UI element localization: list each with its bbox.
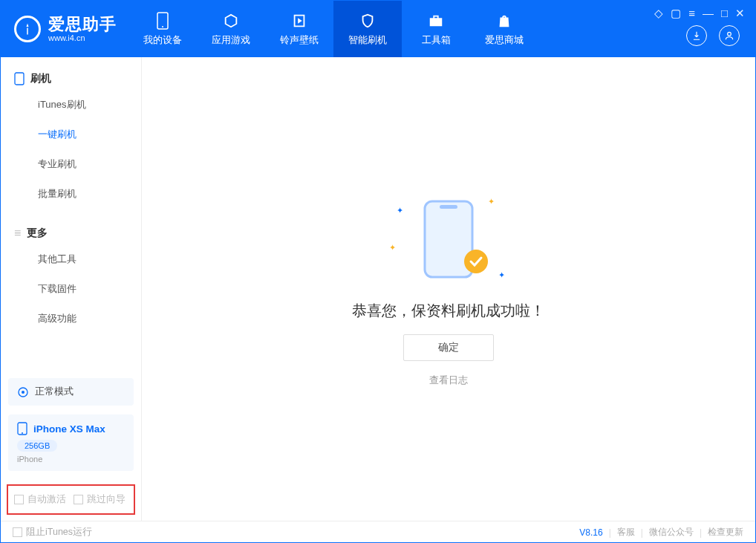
nav-store[interactable]: 爱思商城 <box>470 1 538 57</box>
support-link[interactable]: 客服 <box>617 526 635 539</box>
nav-flash[interactable]: 智能刷机 <box>333 1 402 57</box>
close-button[interactable]: ✕ <box>735 7 745 20</box>
sidebar-item-oneclick-flash[interactable]: 一键刷机 <box>1 120 141 149</box>
header-actions <box>686 25 756 53</box>
device-name: iPhone XS Max <box>33 423 105 435</box>
sidebar: 刷机 iTunes刷机 一键刷机 专业刷机 批量刷机 ≡ 更多 其他工具 下载固… <box>1 57 142 521</box>
checkbox-skip-guide[interactable]: 跳过向导 <box>74 493 126 506</box>
ok-button[interactable]: 确定 <box>403 334 494 361</box>
cube-icon <box>221 11 241 30</box>
svg-rect-9 <box>440 205 457 209</box>
nav-label: 我的设备 <box>143 33 182 47</box>
main-content: ✦ ✦ ✦ ✦ 恭喜您，保资料刷机成功啦！ 确定 查看日志 <box>142 57 755 521</box>
checkbox-icon <box>13 527 22 537</box>
minimize-button[interactable]: — <box>703 7 714 19</box>
maximize-button[interactable]: □ <box>721 7 728 19</box>
device-card[interactable]: iPhone XS Max 256GB iPhone <box>8 414 134 471</box>
sidebar-item-pro-flash[interactable]: 专业刷机 <box>1 149 141 179</box>
checkbox-block-itunes[interactable]: 阻止iTunes运行 <box>13 526 92 539</box>
nav-toolbox[interactable]: 工具箱 <box>402 1 470 57</box>
checkbox-icon <box>14 495 24 504</box>
toolbox-icon <box>426 11 446 30</box>
sidebar-item-itunes-flash[interactable]: iTunes刷机 <box>1 90 141 120</box>
sidebar-section-label: 刷机 <box>30 72 51 85</box>
check-badge-icon <box>463 249 489 274</box>
svg-point-2 <box>728 32 731 36</box>
check-update-link[interactable]: 检查更新 <box>708 526 743 539</box>
nav-apps[interactable]: 应用游戏 <box>197 1 265 57</box>
sidebar-section-flash[interactable]: 刷机 <box>1 68 141 90</box>
checkbox-auto-activate[interactable]: 自动激活 <box>14 493 66 506</box>
device-mode-label: 正常模式 <box>35 386 74 398</box>
mode-icon <box>17 386 29 398</box>
user-button[interactable] <box>719 25 740 46</box>
menu-icon[interactable]: ≡ <box>688 7 695 19</box>
svg-point-5 <box>22 391 25 394</box>
checkbox-icon <box>74 495 83 504</box>
svg-point-7 <box>22 432 23 434</box>
checkbox-label: 阻止iTunes运行 <box>26 526 92 539</box>
sidebar-section-label: 更多 <box>27 227 48 240</box>
device-icon <box>17 422 27 435</box>
version-label: V8.16 <box>579 527 602 538</box>
skin-icon[interactable]: ◇ <box>654 7 663 20</box>
sidebar-item-download-firmware[interactable]: 下载固件 <box>1 274 141 304</box>
app-logo: 爱思助手 www.i4.cn <box>1 1 128 57</box>
feedback-icon[interactable]: ▢ <box>671 7 681 20</box>
bag-icon <box>495 11 514 30</box>
nav-label: 智能刷机 <box>348 33 387 47</box>
nav-label: 应用游戏 <box>212 33 250 47</box>
nav-label: 工具箱 <box>422 33 451 47</box>
nav-ringtones[interactable]: 铃声壁纸 <box>265 1 333 57</box>
app-subtitle: www.i4.cn <box>48 34 117 42</box>
success-illustration: ✦ ✦ ✦ ✦ <box>389 191 508 287</box>
success-message: 恭喜您，保资料刷机成功啦！ <box>352 301 545 321</box>
logo-icon <box>14 16 41 42</box>
sidebar-item-other-tools[interactable]: 其他工具 <box>1 244 141 274</box>
nav-label: 铃声壁纸 <box>280 33 319 47</box>
download-button[interactable] <box>686 25 707 46</box>
options-highlight: 自动激活 跳过向导 <box>7 484 135 515</box>
sidebar-section-more[interactable]: ≡ 更多 <box>1 222 141 244</box>
shield-icon <box>358 11 377 30</box>
svg-point-1 <box>162 26 163 27</box>
svg-rect-3 <box>15 73 24 85</box>
view-log-link[interactable]: 查看日志 <box>429 374 468 387</box>
svg-point-10 <box>464 250 488 273</box>
phone-icon <box>14 72 25 85</box>
top-nav: 我的设备 应用游戏 铃声壁纸 智能刷机 工具箱 爱思商城 <box>128 1 538 57</box>
list-icon: ≡ <box>14 227 21 240</box>
checkbox-label: 跳过向导 <box>87 493 126 506</box>
device-icon <box>153 11 172 30</box>
wechat-link[interactable]: 微信公众号 <box>649 526 694 539</box>
nav-my-device[interactable]: 我的设备 <box>128 1 197 57</box>
titlebar: 爱思助手 www.i4.cn 我的设备 应用游戏 铃声壁纸 智能刷机 工具箱 爱… <box>1 1 755 57</box>
sidebar-item-batch-flash[interactable]: 批量刷机 <box>1 179 141 209</box>
statusbar: 阻止iTunes运行 V8.16 | 客服 | 微信公众号 | 检查更新 <box>1 521 755 543</box>
device-mode-box[interactable]: 正常模式 <box>8 378 134 406</box>
checkbox-label: 自动激活 <box>27 493 66 506</box>
app-title: 爱思助手 <box>48 16 117 33</box>
nav-label: 爱思商城 <box>485 33 524 47</box>
sidebar-item-advanced[interactable]: 高级功能 <box>1 304 141 334</box>
music-icon <box>290 11 309 30</box>
device-type: iPhone <box>17 455 125 464</box>
body: 刷机 iTunes刷机 一键刷机 专业刷机 批量刷机 ≡ 更多 其他工具 下载固… <box>1 57 755 521</box>
device-capacity-badge: 256GB <box>17 440 57 452</box>
